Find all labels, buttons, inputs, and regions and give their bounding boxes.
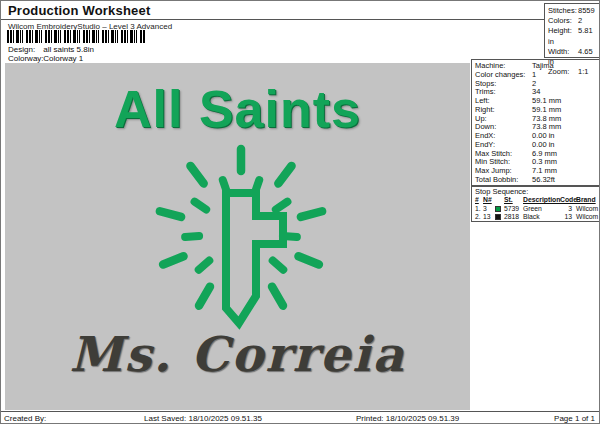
last-saved-label: Last Saved: 18/10/2025 09.51.35 bbox=[144, 414, 262, 423]
stop-sequence-row: 1. 3 5739 Green 3 Wilcom bbox=[475, 205, 598, 214]
barcode-icon bbox=[7, 30, 145, 43]
summary-row: Colors:2 bbox=[548, 16, 598, 26]
stop-sequence-row: 2. 13 2818 Black 13 Wilcom bbox=[475, 213, 598, 222]
summary-row: Stitches:8559 bbox=[548, 6, 598, 16]
colorway-value: Colorway 1 bbox=[43, 54, 83, 63]
stop-sequence-header-row: # N# St. Description Code Brand bbox=[475, 196, 598, 205]
production-worksheet-page: Production Worksheet Wilcom EmbroiderySt… bbox=[0, 0, 600, 424]
stop-sequence-panel: Stop Sequence: # N# St. Description Code… bbox=[471, 186, 600, 222]
page-title: Production Worksheet bbox=[8, 3, 150, 18]
thread-color-swatch bbox=[495, 206, 501, 212]
machine-row: Total Bobbin:56.32ft bbox=[475, 176, 599, 185]
design-value: all saints 5.8in bbox=[43, 45, 94, 54]
sunburst-outer-rays bbox=[160, 149, 322, 306]
design-preview-canvas: All Saints bbox=[5, 63, 470, 410]
design-label: Design: bbox=[8, 45, 41, 54]
colorway-row: Colorway: Colorway 1 bbox=[8, 54, 83, 63]
design-row: Design: all saints 5.8in bbox=[8, 45, 94, 54]
footer-divider bbox=[1, 411, 599, 412]
stop-sequence-title: Stop Sequence: bbox=[475, 188, 598, 196]
machine-info-panel: Machine:Tajima Color changes:1 Stops:2 T… bbox=[471, 59, 600, 186]
created-by-label: Created By: bbox=[4, 414, 46, 423]
thread-color-swatch bbox=[495, 214, 501, 220]
colorway-label: Colorway: bbox=[8, 54, 41, 63]
embroidery-name-text: Ms. Correia bbox=[5, 326, 470, 382]
summary-row: Height:5.81 in bbox=[548, 26, 598, 46]
title-divider bbox=[1, 19, 544, 20]
design-summary-box: Stitches:8559 Colors:2 Height:5.81 in Wi… bbox=[544, 3, 600, 58]
page-number-label: Page 1 of 1 bbox=[554, 414, 595, 423]
printed-label: Printed: 18/10/2025 09.51.39 bbox=[356, 414, 459, 423]
